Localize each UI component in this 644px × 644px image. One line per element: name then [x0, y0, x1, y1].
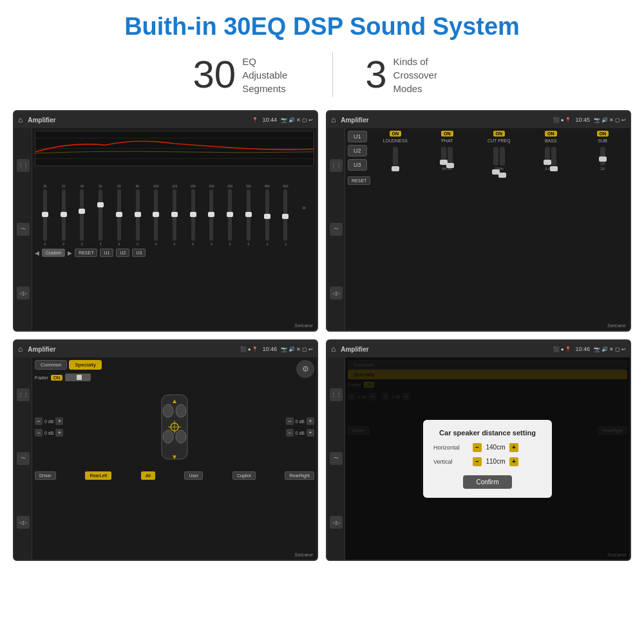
tab-specialty[interactable]: Specialty [69, 360, 101, 370]
db-plus-tr[interactable]: + [307, 417, 314, 425]
eq-reset-btn[interactable]: RESET [75, 249, 97, 257]
eq-thumb-10[interactable] [208, 212, 214, 217]
cross-sidebar-btn3[interactable]: ◁▷ [330, 287, 343, 299]
eq-thumb-2[interactable] [61, 212, 67, 217]
eq-track-7[interactable] [154, 189, 158, 241]
eq-track-4[interactable] [99, 189, 102, 241]
speaker-center-diagram: ▲ ▼ [67, 385, 281, 469]
db-minus-tr[interactable]: − [286, 417, 294, 425]
sound-sidebar-btn3[interactable]: ◁▷ [17, 516, 30, 529]
eq-thumb-1[interactable] [42, 212, 48, 217]
eq-track-5[interactable] [117, 189, 121, 241]
eq-thumb-5[interactable] [116, 212, 122, 217]
bass-slider-1[interactable] [545, 147, 550, 166]
dialog-horizontal-minus[interactable]: − [473, 443, 482, 452]
eq-sidebar-btn1[interactable]: ⋮⋮ [17, 159, 30, 172]
eq-thumb-13[interactable] [264, 214, 270, 219]
cross-sidebar-btn1[interactable]: ⋮⋮ [330, 159, 343, 172]
eq-thumb-4[interactable] [97, 202, 104, 207]
eq-track-11[interactable] [228, 189, 232, 241]
loudness-thumb[interactable] [392, 166, 399, 171]
eq-thumb-9[interactable] [190, 212, 196, 217]
eq-thumb-7[interactable] [153, 212, 159, 217]
cutfreq-thumb-2[interactable] [498, 173, 506, 178]
eq-track-1[interactable] [43, 189, 47, 241]
bass-thumb-2[interactable] [550, 166, 558, 171]
dialog-vertical-row: Vertical − 110cm + [433, 457, 542, 466]
eq-thumb-12[interactable] [245, 212, 252, 217]
eq-track-14[interactable] [283, 189, 287, 241]
rearleft-btn[interactable]: RearLeft [85, 471, 111, 480]
db-plus-bl[interactable]: + [55, 429, 63, 437]
sub-slider-1[interactable] [600, 147, 605, 166]
u3-btn[interactable]: U3 [348, 159, 367, 171]
dialog-sidebar-btn3[interactable]: ◁▷ [330, 516, 343, 529]
dialog-sidebar-btn1[interactable]: ⋮⋮ [330, 388, 343, 401]
home-icon-4: ⌂ [331, 345, 336, 354]
eq-track-2[interactable] [62, 189, 66, 241]
u1-btn[interactable]: U1 [348, 131, 367, 142]
eq-thumb-6[interactable] [135, 212, 141, 217]
eq-prev-icon[interactable]: ◀ [35, 250, 39, 256]
cutfreq-slider-2[interactable] [500, 147, 505, 166]
eq-track-12[interactable] [247, 189, 251, 241]
dialog-confirm-wrapper: Confirm [433, 471, 542, 489]
phat-thumb-2[interactable] [446, 163, 454, 168]
eq-track-9[interactable] [191, 189, 195, 241]
user-btn[interactable]: User [184, 471, 203, 480]
sub-thumb-1[interactable] [599, 156, 607, 162]
eq-track-8[interactable] [173, 189, 176, 241]
eq-play-icon[interactable]: ▶ [68, 250, 72, 256]
dialog-confirm-btn[interactable]: Confirm [463, 475, 511, 489]
eq-thumb-14[interactable] [282, 214, 289, 219]
eq-bottom-bar: ◀ Custom ▶ RESET U1 U2 U3 [35, 249, 314, 257]
fader-thumb[interactable] [77, 375, 82, 380]
db-minus-br[interactable]: − [286, 429, 294, 437]
eq-u3-btn[interactable]: U3 [132, 249, 146, 257]
bass-slider-2[interactable] [551, 147, 556, 166]
dialog-sidebar-btn2[interactable]: 〜 [330, 452, 343, 465]
eq-track-3[interactable] [80, 189, 84, 241]
eq-custom-btn[interactable]: Custom [42, 249, 65, 257]
loudness-slider[interactable] [393, 147, 398, 166]
db-minus-bl[interactable]: − [35, 429, 43, 437]
cutfreq-slider-1[interactable] [493, 147, 498, 166]
eq-sidebar-btn2[interactable]: 〜 [17, 223, 30, 236]
db-plus-br[interactable]: + [307, 429, 314, 437]
eq-number: 30 [193, 55, 236, 94]
fader-slider[interactable] [65, 374, 91, 381]
eq-sidebar-btn3[interactable]: ◁▷ [17, 287, 30, 299]
app-title-4: Amplifier [341, 346, 550, 353]
eq-track-6[interactable] [136, 189, 140, 241]
bass-thumb-1[interactable] [544, 160, 551, 165]
dialog-vertical-plus[interactable]: + [509, 457, 518, 466]
svg-point-8 [176, 430, 186, 443]
eq-thumb-8[interactable] [171, 212, 178, 217]
dialog-vertical-minus[interactable]: − [473, 457, 482, 466]
cross-sidebar-btn2[interactable]: 〜 [330, 223, 343, 236]
eq-track-10[interactable] [209, 189, 213, 241]
db-plus-tl[interactable]: + [55, 417, 63, 425]
eq-u2-btn[interactable]: U2 [116, 249, 129, 257]
rearright-btn[interactable]: RearRight [285, 471, 314, 480]
screenshots-grid: ⌂ Amplifier 📍 10:44 📷 🔊 ✕ ▢ ↩ ⋮⋮ 〜 ◁▷ [13, 110, 631, 561]
eq-thumb-3[interactable] [79, 209, 85, 214]
driver-btn[interactable]: Driver [35, 471, 56, 480]
eq-u1-btn[interactable]: U1 [100, 249, 113, 257]
phat-slider-2[interactable] [448, 147, 453, 166]
u2-btn[interactable]: U2 [348, 145, 367, 156]
eq-track-13[interactable] [265, 189, 269, 241]
db-minus-tl[interactable]: − [35, 417, 43, 425]
dialog-horizontal-plus[interactable]: + [509, 443, 518, 452]
tab-common[interactable]: Common [35, 360, 67, 370]
eq-thumb-11[interactable] [227, 212, 233, 217]
cross-reset-btn[interactable]: RESET [348, 176, 370, 185]
phat-slider-1[interactable] [441, 147, 446, 166]
settings-icon[interactable]: ⚙ [296, 360, 314, 378]
record-icon: ⬛ [553, 117, 560, 123]
sound-sidebar-btn2[interactable]: 〜 [17, 452, 30, 465]
copilot-btn[interactable]: Copilot [232, 471, 256, 480]
window-icon-4: ▢ [615, 346, 620, 352]
all-btn[interactable]: All [141, 471, 155, 480]
sound-sidebar-btn1[interactable]: ⋮⋮ [17, 388, 30, 401]
